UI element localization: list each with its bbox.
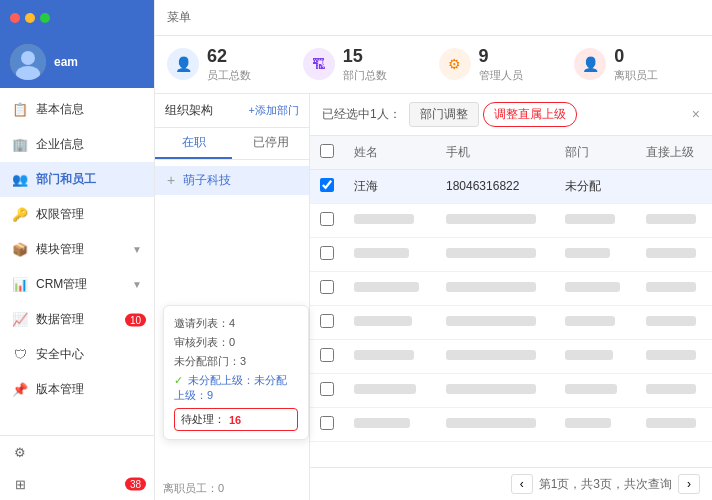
- data-icon: 📈: [12, 312, 28, 328]
- user-section: eam: [0, 36, 154, 88]
- arrow-icon: ▼: [132, 244, 142, 255]
- row-checkbox-cell: [310, 169, 344, 203]
- apps-item[interactable]: ⊞ 38: [0, 468, 154, 500]
- row-superior-blurred: [636, 407, 712, 441]
- sidebar-item-data[interactable]: 📈 数据管理 10: [0, 302, 154, 337]
- row-checkbox[interactable]: [320, 212, 334, 226]
- row-phone: 18046316822: [436, 169, 555, 203]
- table-body: 汪海 18046316822 未分配: [310, 169, 712, 441]
- pagination-info: 第1页，共3页，共次查询: [539, 476, 672, 493]
- permissions-icon: 🔑: [12, 207, 28, 223]
- row-superior-blurred: [636, 373, 712, 407]
- sidebar-item-security[interactable]: 🛡 安全中心: [0, 337, 154, 372]
- user-info: eam: [54, 55, 78, 69]
- pending-row[interactable]: 待处理： 16: [174, 408, 298, 431]
- resigned-link[interactable]: 离职员工：0: [155, 477, 309, 500]
- table-header-row: 姓名 手机 部门 直接上级: [310, 136, 712, 170]
- row-dept-blurred: [555, 339, 636, 373]
- tab-active[interactable]: 在职: [155, 128, 232, 159]
- right-header: 已经选中1人： 部门调整 调整直属上级 ×: [310, 94, 712, 136]
- resigned-icon: 👤: [574, 48, 606, 80]
- crm-icon: 📊: [12, 277, 28, 293]
- table-row: [310, 407, 712, 441]
- unassigned-dept-stat: 未分配部门：3: [174, 352, 298, 371]
- table-row: [310, 339, 712, 373]
- sidebar-item-crm[interactable]: 📊 CRM管理 ▼: [0, 267, 154, 302]
- sidebar-item-modules[interactable]: 📦 模块管理 ▼: [0, 232, 154, 267]
- sidebar-item-permissions[interactable]: 🔑 权限管理: [0, 197, 154, 232]
- table-row: [310, 237, 712, 271]
- stat-total-depts: 🏗 15 部门总数: [303, 46, 429, 83]
- avatar: [10, 44, 46, 80]
- header-superior: 直接上级: [636, 136, 712, 170]
- security-icon: 🛡: [12, 347, 28, 363]
- header-dept: 部门: [555, 136, 636, 170]
- sidebar-item-label: 数据管理: [36, 311, 84, 328]
- employees-info: 62 员工总数: [207, 46, 251, 83]
- row-name-blurred: [344, 305, 436, 339]
- close-dot[interactable]: [10, 13, 20, 23]
- row-checkbox[interactable]: [320, 314, 334, 328]
- row-superior-blurred: [636, 305, 712, 339]
- org-title: 组织架构: [165, 102, 213, 119]
- sidebar-item-label: 基本信息: [36, 101, 84, 118]
- next-page-button[interactable]: ›: [678, 474, 700, 494]
- header-name: 姓名: [344, 136, 436, 170]
- select-all-checkbox[interactable]: [320, 144, 334, 158]
- dept-icon: 👥: [12, 172, 28, 188]
- add-dept-button[interactable]: +添加部门: [249, 103, 299, 118]
- org-header: 组织架构 +添加部门: [155, 94, 309, 128]
- sidebar-item-company-info[interactable]: 🏢 企业信息: [0, 127, 154, 162]
- dept-item-root[interactable]: + 萌子科技: [155, 166, 309, 195]
- row-superior-blurred: [636, 339, 712, 373]
- dept-expand-icon: +: [167, 172, 175, 188]
- row-phone-blurred: [436, 203, 555, 237]
- superior-adjust-tab[interactable]: 调整直属上级: [483, 102, 577, 127]
- window-controls: [0, 0, 154, 36]
- maximize-dot[interactable]: [40, 13, 50, 23]
- sidebar-item-dept-employee[interactable]: 👥 部门和员工: [0, 162, 154, 197]
- arrow-icon: ▼: [132, 279, 142, 290]
- close-button[interactable]: ×: [692, 106, 700, 122]
- header-bar: 菜单: [155, 0, 712, 36]
- header-checkbox-cell: [310, 136, 344, 170]
- invite-stat: 邀请列表：4: [174, 314, 298, 333]
- sidebar-item-label: CRM管理: [36, 276, 87, 293]
- table-container: 姓名 手机 部门 直接上级 汪海 18046: [310, 136, 712, 467]
- managers-label: 管理人员: [479, 68, 523, 83]
- pending-label: 待处理：: [181, 412, 225, 427]
- sidebar-item-basic-info[interactable]: 📋 基本信息: [0, 92, 154, 127]
- apps-badge: 38: [125, 478, 146, 491]
- row-checkbox[interactable]: [320, 348, 334, 362]
- resigned-label: 离职员工: [614, 68, 658, 83]
- row-checkbox[interactable]: [320, 178, 334, 192]
- sidebar-item-version[interactable]: 📌 版本管理: [0, 372, 154, 407]
- pagination: ‹ 第1页，共3页，共次查询 ›: [310, 467, 712, 500]
- settings-item[interactable]: ⚙: [0, 436, 154, 468]
- row-name-blurred: [344, 373, 436, 407]
- version-icon: 📌: [12, 382, 28, 398]
- sidebar-item-label: 部门和员工: [36, 171, 96, 188]
- row-phone-blurred: [436, 373, 555, 407]
- managers-icon: ⚙: [439, 48, 471, 80]
- row-phone-blurred: [436, 339, 555, 373]
- sidebar-item-label: 企业信息: [36, 136, 84, 153]
- content-area: 组织架构 +添加部门 在职 已停用 + 萌子科技 邀请列表：4 审核列表：0: [155, 94, 712, 500]
- row-checkbox[interactable]: [320, 280, 334, 294]
- row-checkbox[interactable]: [320, 416, 334, 430]
- company-info-icon: 🏢: [12, 137, 28, 153]
- sidebar: eam 📋 基本信息 🏢 企业信息 👥 部门和员工 🔑 权限管理 📦 模块管理 …: [0, 0, 155, 500]
- dept-adjust-tab[interactable]: 部门调整: [409, 102, 479, 127]
- table-row: [310, 203, 712, 237]
- left-panel: 组织架构 +添加部门 在职 已停用 + 萌子科技 邀请列表：4 审核列表：0: [155, 94, 310, 500]
- employees-label: 员工总数: [207, 68, 251, 83]
- managers-count: 9: [479, 46, 523, 68]
- row-checkbox[interactable]: [320, 246, 334, 260]
- tab-disabled[interactable]: 已停用: [232, 128, 309, 159]
- sidebar-item-label: 权限管理: [36, 206, 84, 223]
- prev-page-button[interactable]: ‹: [511, 474, 533, 494]
- avatar-image: [10, 44, 46, 80]
- dept-item-label: 萌子科技: [183, 172, 231, 189]
- minimize-dot[interactable]: [25, 13, 35, 23]
- row-checkbox[interactable]: [320, 382, 334, 396]
